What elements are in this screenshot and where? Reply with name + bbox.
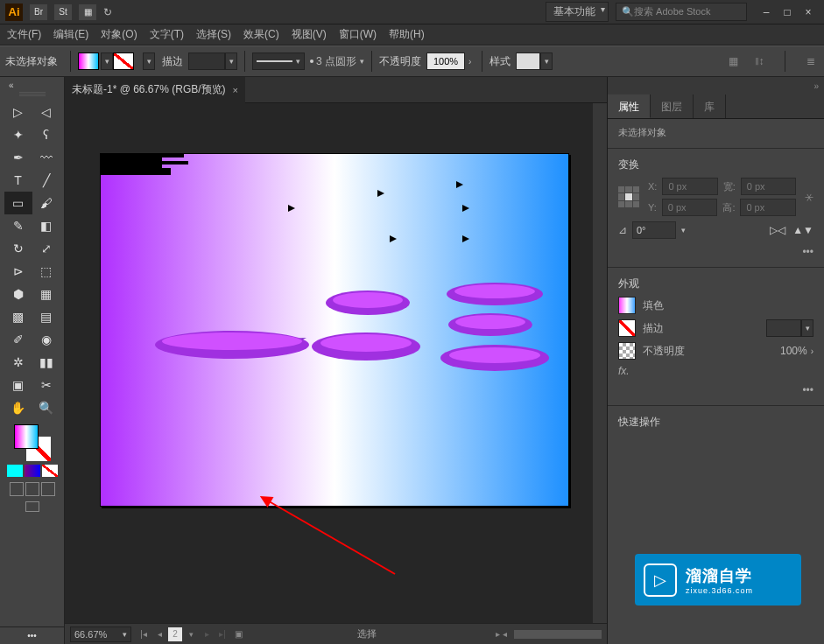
eraser-tool[interactable]: ◧ bbox=[32, 214, 60, 237]
rotate-tool[interactable]: ↻ bbox=[4, 237, 32, 260]
draw-inside[interactable] bbox=[41, 482, 55, 496]
edit-toolbar-button[interactable]: ••• bbox=[0, 626, 64, 644]
brush-er[interactable] bbox=[306, 285, 429, 373]
rectangle-tool[interactable]: ▭ bbox=[4, 192, 32, 214]
toolbox-grip[interactable] bbox=[19, 92, 46, 97]
change-screen-mode[interactable] bbox=[25, 501, 39, 512]
gradient-tool[interactable]: ▤ bbox=[32, 305, 60, 328]
document-setup-button[interactable]: ▦ bbox=[725, 53, 741, 69]
zoom-tool[interactable]: 🔍 bbox=[32, 396, 60, 419]
preferences-button[interactable]: ⦀↕ bbox=[751, 53, 767, 69]
stock-search-input[interactable]: 🔍 搜索 Adobe Stock bbox=[616, 3, 747, 21]
opacity-menu-icon[interactable]: › bbox=[468, 57, 471, 66]
appearance-stroke-weight-input[interactable] bbox=[766, 319, 801, 337]
free-transform-tool[interactable]: ⬚ bbox=[32, 260, 60, 283]
rotation-input[interactable]: 0° bbox=[632, 221, 676, 239]
color-mode-gradient[interactable] bbox=[25, 465, 40, 477]
eyedropper-tool[interactable]: ✐ bbox=[4, 328, 32, 351]
menu-view[interactable]: 视图(V) bbox=[292, 27, 327, 42]
brush-definition-dropdown[interactable]: 3 点圆形▾ bbox=[310, 54, 364, 69]
brush-yi[interactable] bbox=[149, 320, 315, 368]
appearance-opacity-swatch[interactable] bbox=[618, 342, 636, 360]
width-tool[interactable]: ⊳ bbox=[4, 260, 32, 283]
fill-swatch[interactable] bbox=[14, 424, 39, 449]
appearance-more-options-icon[interactable]: ••• bbox=[802, 384, 813, 396]
draw-normal[interactable] bbox=[10, 482, 24, 496]
shape-builder-tool[interactable]: ⬢ bbox=[4, 283, 32, 305]
fill-stroke-control[interactable] bbox=[14, 424, 51, 461]
y-input[interactable]: 0 px bbox=[662, 199, 718, 216]
opacity-slider-icon[interactable]: › bbox=[811, 346, 813, 356]
perspective-grid-tool[interactable]: ▦ bbox=[32, 283, 60, 305]
arrange-documents-button[interactable]: ▦ bbox=[79, 4, 96, 20]
menu-object[interactable]: 对象(O) bbox=[101, 27, 137, 42]
flip-horizontal-button[interactable]: ▷◁ bbox=[770, 224, 785, 236]
artboard-index-input[interactable]: 2 bbox=[168, 627, 182, 641]
width-input[interactable]: 0 px bbox=[741, 178, 796, 195]
appearance-opacity-value[interactable]: 100% bbox=[780, 345, 807, 357]
reference-point-selector[interactable] bbox=[618, 186, 639, 207]
horizontal-scroll-left-icon[interactable]: ▸ ◂ bbox=[489, 629, 514, 639]
next-artboard-button[interactable]: ▸ bbox=[200, 627, 214, 641]
brush-profile-dropdown[interactable]: ▾ bbox=[252, 52, 305, 70]
direct-selection-tool[interactable]: ◁ bbox=[32, 101, 60, 123]
transform-more-options-icon[interactable]: ••• bbox=[802, 246, 813, 258]
prev-artboard-button[interactable]: ◂ bbox=[152, 627, 166, 641]
stroke-weight-input[interactable] bbox=[188, 52, 225, 70]
opacity-input[interactable]: 100% bbox=[426, 52, 465, 70]
close-button[interactable]: × bbox=[798, 4, 819, 21]
style-dropdown[interactable]: ▾ bbox=[540, 52, 553, 70]
column-graph-tool[interactable]: ▮▮ bbox=[32, 351, 60, 374]
brush-san[interactable] bbox=[429, 281, 560, 382]
stroke-weight-stepper[interactable]: ▾ bbox=[225, 52, 237, 70]
fill-swatch-button[interactable] bbox=[78, 52, 99, 70]
artboard[interactable] bbox=[100, 153, 569, 507]
shaper-tool[interactable]: ✎ bbox=[4, 214, 32, 237]
artboard-index-dropdown[interactable]: ▾ bbox=[184, 627, 198, 641]
menu-help[interactable]: 帮助(H) bbox=[389, 27, 425, 42]
color-mode-none[interactable] bbox=[42, 465, 58, 477]
tab-libraries[interactable]: 库 bbox=[694, 94, 726, 118]
stroke-dropdown[interactable]: ▾ bbox=[143, 52, 155, 70]
tab-layers[interactable]: 图层 bbox=[651, 94, 694, 118]
vertical-scrollbar[interactable] bbox=[593, 103, 607, 623]
workspace-dropdown[interactable]: 基本功能 bbox=[546, 2, 609, 22]
constrain-proportions-icon[interactable]: ⚹ bbox=[805, 191, 813, 203]
menu-type[interactable]: 文字(T) bbox=[150, 27, 184, 42]
slice-tool[interactable]: ✂ bbox=[32, 374, 60, 396]
mesh-tool[interactable]: ▩ bbox=[4, 305, 32, 328]
first-artboard-button[interactable]: |◂ bbox=[137, 627, 151, 641]
menu-select[interactable]: 选择(S) bbox=[196, 27, 231, 42]
paintbrush-tool[interactable]: 🖌 bbox=[32, 192, 60, 214]
appearance-stroke-swatch[interactable] bbox=[618, 319, 636, 337]
stroke-swatch-button[interactable] bbox=[113, 52, 134, 70]
align-options-button[interactable]: ≣ bbox=[803, 53, 819, 69]
minimize-button[interactable]: – bbox=[756, 4, 777, 21]
fill-dropdown[interactable]: ▾ bbox=[101, 52, 113, 70]
appearance-stroke-weight-dropdown[interactable]: ▾ bbox=[801, 319, 813, 337]
artboard-nav-tool-icon[interactable]: ▣ bbox=[231, 627, 245, 641]
curvature-tool[interactable]: 〰 bbox=[32, 146, 60, 169]
height-input[interactable]: 0 px bbox=[740, 199, 796, 216]
selection-tool[interactable]: ▷ bbox=[4, 101, 32, 123]
toolbox-close-icon[interactable]: « bbox=[9, 80, 14, 90]
magic-wand-tool[interactable]: ✦ bbox=[4, 123, 32, 146]
canvas-viewport[interactable] bbox=[65, 103, 607, 623]
graphic-style-button[interactable] bbox=[516, 52, 540, 70]
scale-tool[interactable]: ⤢ bbox=[32, 237, 60, 260]
line-segment-tool[interactable]: ╱ bbox=[32, 169, 60, 192]
draw-behind[interactable] bbox=[25, 482, 39, 496]
pen-tool[interactable]: ✒ bbox=[4, 146, 32, 169]
maximize-button[interactable]: □ bbox=[777, 4, 798, 21]
color-mode-color[interactable] bbox=[7, 465, 23, 477]
document-tab[interactable]: 未标题-1* @ 66.67% (RGB/预览) × bbox=[65, 77, 245, 103]
blend-tool[interactable]: ◉ bbox=[32, 328, 60, 351]
gpu-toggle-icon[interactable]: ↻ bbox=[103, 6, 112, 18]
menu-file[interactable]: 文件(F) bbox=[7, 27, 41, 42]
menu-edit[interactable]: 编辑(E) bbox=[53, 27, 88, 42]
flip-vertical-button[interactable]: ▲▼ bbox=[792, 224, 813, 236]
black-stroke-3c[interactable] bbox=[101, 172, 171, 175]
x-input[interactable]: 0 px bbox=[662, 178, 717, 195]
rotation-dropdown[interactable]: ▾ bbox=[681, 226, 686, 234]
artboard-tool[interactable]: ▣ bbox=[4, 374, 32, 396]
